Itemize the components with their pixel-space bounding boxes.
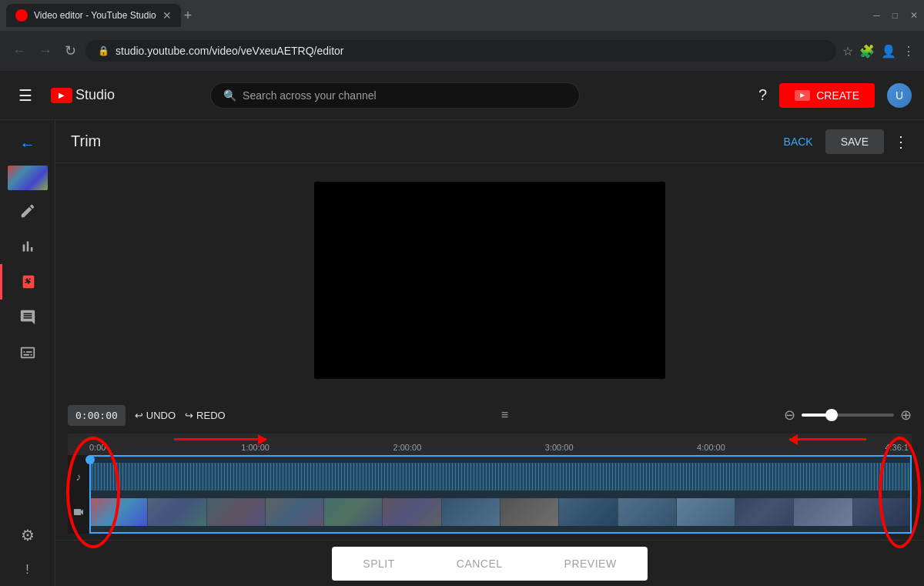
zoom-in-icon[interactable]: ⊕ bbox=[900, 407, 912, 424]
browser-action-buttons: ☆ 🧩 👤 ⋮ bbox=[842, 44, 915, 59]
create-video-icon: ▶ bbox=[795, 90, 810, 101]
timeline-tracks: ♪ bbox=[68, 455, 912, 534]
forward-nav-button[interactable]: → bbox=[35, 40, 55, 62]
subtitles-icon bbox=[19, 344, 36, 361]
avatar-image: U bbox=[887, 83, 912, 108]
tab-favicon bbox=[15, 9, 28, 22]
editor-title: Trim bbox=[71, 132, 101, 150]
timeline-selection bbox=[89, 455, 912, 534]
editor-header: Trim BACK SAVE ⋮ bbox=[55, 120, 924, 163]
sidebar-back-button[interactable]: ← bbox=[11, 126, 45, 162]
browser-tab[interactable]: Video editor - YouTube Studio ✕ bbox=[6, 4, 181, 27]
reload-button[interactable]: ↻ bbox=[62, 39, 79, 62]
action-bar-container: SPLIT CANCEL PREVIEW bbox=[332, 547, 647, 581]
profile-icon[interactable]: 👤 bbox=[881, 44, 896, 59]
ruler-mark-3: 3:00:00 bbox=[545, 443, 574, 452]
browser-controls: ← → ↻ 🔒 studio.youtube.com/video/veVxeuA… bbox=[0, 31, 924, 71]
ruler-mark-2: 2:00:00 bbox=[393, 443, 422, 452]
yt-icon bbox=[51, 88, 72, 103]
search-placeholder: Search across your channel bbox=[243, 89, 377, 102]
video-area bbox=[55, 163, 924, 397]
arrow-right-annotation bbox=[174, 438, 266, 440]
close-button[interactable]: ✕ bbox=[910, 10, 918, 21]
timeline-area: 0:00 1:00:00 2:00:00 3:00:00 4:00:00 4:3… bbox=[55, 434, 924, 540]
video-thumbnail[interactable] bbox=[8, 166, 48, 190]
undo-label: UNDO bbox=[146, 410, 176, 421]
sidebar-item-subtitles[interactable] bbox=[0, 335, 55, 370]
bar-chart-icon bbox=[19, 238, 36, 255]
redo-button[interactable]: ↪ REDO bbox=[185, 410, 226, 421]
main-content: ← ⚙ ! bbox=[0, 120, 924, 586]
preview-button[interactable]: PREVIEW bbox=[564, 558, 617, 570]
hamburger-menu[interactable]: ☰ bbox=[12, 80, 38, 111]
more-options-icon[interactable]: ⋮ bbox=[902, 44, 915, 59]
address-text: studio.youtube.com/video/veVxeuAETRQ/edi… bbox=[116, 45, 344, 57]
sidebar: ← ⚙ ! bbox=[0, 120, 55, 586]
app: ☰ Studio 🔍 Search across your channel ? … bbox=[0, 71, 924, 586]
timeline-drag-handle[interactable]: ≡ bbox=[501, 408, 508, 422]
tab-title: Video editor - YouTube Studio bbox=[34, 10, 156, 21]
sidebar-item-edit[interactable] bbox=[0, 193, 55, 229]
settings-button[interactable]: ⚙ bbox=[21, 517, 35, 554]
film-icon bbox=[20, 273, 37, 290]
save-button[interactable]: SAVE bbox=[825, 129, 884, 154]
thumbnail-image bbox=[8, 166, 48, 190]
ruler-mark-0: 0:00 bbox=[89, 443, 105, 452]
tab-close-icon[interactable]: ✕ bbox=[162, 9, 172, 22]
studio-label: Studio bbox=[75, 87, 115, 103]
undo-button[interactable]: ↩ UNDO bbox=[135, 410, 176, 421]
pencil-icon bbox=[19, 203, 36, 219]
new-tab-button[interactable]: + bbox=[184, 8, 192, 24]
back-nav-button[interactable]: ← bbox=[9, 40, 29, 62]
timeline-playhead[interactable] bbox=[89, 455, 91, 534]
zoom-controls: ⊖ ⊕ bbox=[784, 407, 912, 424]
cancel-button[interactable]: CANCEL bbox=[457, 558, 503, 570]
extension-icon[interactable]: 🧩 bbox=[859, 44, 875, 59]
youtube-logo[interactable]: Studio bbox=[51, 87, 115, 103]
more-menu-button[interactable]: ⋮ bbox=[893, 132, 909, 151]
split-button[interactable]: SPLIT bbox=[363, 558, 394, 570]
nav-right: ? ▶ CREATE U bbox=[758, 83, 912, 108]
help-button[interactable]: ? bbox=[758, 86, 767, 104]
window-controls: ─ □ ✕ bbox=[873, 10, 918, 21]
timeline-controls: 0:00:00 ↩ UNDO ↪ REDO ≡ ⊖ ⊕ bbox=[55, 397, 924, 434]
back-button[interactable]: BACK bbox=[784, 136, 813, 148]
avatar[interactable]: U bbox=[887, 83, 912, 108]
bookmark-icon[interactable]: ☆ bbox=[842, 44, 853, 59]
sidebar-item-editor[interactable] bbox=[0, 264, 55, 300]
editor-area: Trim BACK SAVE ⋮ 0:00:00 ↩ UNDO ↪ REDO bbox=[55, 120, 924, 586]
lock-icon: 🔒 bbox=[98, 45, 109, 56]
feedback-button[interactable]: ! bbox=[25, 554, 28, 586]
video-player[interactable] bbox=[314, 182, 665, 379]
camera-icon bbox=[72, 506, 85, 518]
comment-icon bbox=[19, 309, 36, 326]
undo-icon: ↩ bbox=[135, 410, 143, 421]
minimize-button[interactable]: ─ bbox=[873, 10, 880, 21]
create-button[interactable]: ▶ CREATE bbox=[779, 83, 875, 108]
zoom-out-icon[interactable]: ⊖ bbox=[784, 407, 795, 424]
top-nav: ☰ Studio 🔍 Search across your channel ? … bbox=[0, 71, 924, 120]
video-track-icon bbox=[68, 506, 89, 518]
create-label: CREATE bbox=[816, 89, 859, 102]
time-display: 0:00:00 bbox=[68, 405, 126, 426]
maximize-button[interactable]: □ bbox=[892, 10, 898, 21]
arrow-left-annotation bbox=[789, 438, 866, 440]
redo-label: REDO bbox=[196, 410, 226, 421]
ruler-mark-4: 4:00:00 bbox=[697, 443, 725, 452]
redo-icon: ↪ bbox=[185, 410, 193, 421]
search-icon: 🔍 bbox=[223, 89, 236, 102]
address-bar[interactable]: 🔒 studio.youtube.com/video/veVxeuAETRQ/e… bbox=[85, 40, 836, 62]
zoom-slider[interactable] bbox=[802, 414, 894, 417]
ruler-mark-5: 4:36:1 bbox=[885, 443, 909, 452]
search-bar[interactable]: 🔍 Search across your channel bbox=[210, 82, 580, 109]
sidebar-item-comments[interactable] bbox=[0, 300, 55, 335]
browser-chrome: Video editor - YouTube Studio ✕ + ─ □ ✕ … bbox=[0, 0, 924, 71]
audio-track-icon: ♪ bbox=[68, 470, 89, 483]
sidebar-item-analytics[interactable] bbox=[0, 229, 55, 264]
action-bar: SPLIT CANCEL PREVIEW bbox=[55, 540, 924, 586]
timeline-ruler: 0:00 1:00:00 2:00:00 3:00:00 4:00:00 4:3… bbox=[68, 434, 912, 455]
browser-titlebar: Video editor - YouTube Studio ✕ + ─ □ ✕ bbox=[0, 0, 924, 31]
